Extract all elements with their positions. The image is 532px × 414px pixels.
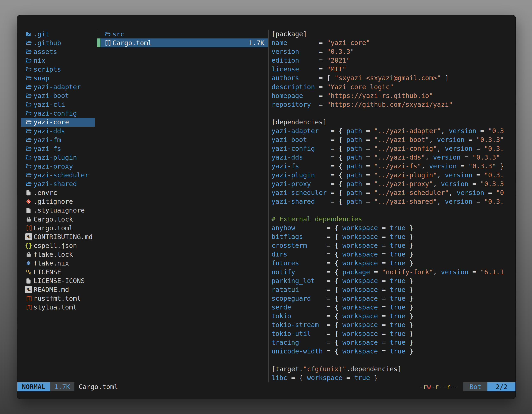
lock-icon [25,251,32,258]
dir-row[interactable]: yazi-plugin [21,153,95,162]
preview-line: anyhow = { workspace = true } [272,223,516,232]
parent-directory-pane: .git.githubassetsnixscriptssnapyazi-adap… [21,30,97,382]
terminal-window: .git.githubassetsnixscriptssnapyazi-adap… [17,15,516,399]
preview-line: homepage = "https://yazi-rs.github.io" [272,91,516,100]
item-label: README.md [34,286,69,294]
preview-line: yazi-plugin = { path = "../yazi-plugin",… [272,171,516,180]
file-row[interactable]: flake.lock [21,250,95,259]
dir-row[interactable]: assets [21,47,95,56]
status-bar: NORMAL 1.7K Cargo.toml -rw-r--r-- Bot 2/… [17,382,516,391]
folder-icon [25,172,32,179]
file-permissions: -rw-r--r-- [419,382,459,391]
file-preview-pane[interactable]: [package]name = "yazi-core"version = "0.… [272,30,516,382]
status-bar-right: -rw-r--r-- Bot 2/2 [419,382,516,391]
file-row[interactable]: LICENSE [21,268,95,277]
folder-icon [25,75,32,82]
file-row[interactable]: .envrc [21,188,95,197]
item-label: nix [34,57,45,64]
folder-icon [25,39,32,47]
file-icon [25,189,32,196]
dir-row[interactable]: yazi-scheduler [21,171,95,180]
file-row[interactable]: [T]rustfmt.toml [21,294,95,303]
file-row[interactable]: Cargo.lock [21,215,95,223]
file-row[interactable]: M↓CONTRIBUTING.md [21,232,95,241]
preview-line: tokio = { workspace = true } [272,312,516,320]
folder-icon [104,31,111,38]
dir-row[interactable]: yazi-dds [21,127,95,135]
preview-line: yazi-boot = { path = "../yazi-boot", ver… [272,135,516,144]
item-label: Cargo.lock [34,215,73,223]
file-row[interactable]: .gitignore [21,197,95,206]
preview-line: unicode-width = { workspace = true } [272,347,516,356]
preview-line: tokio-stream = { workspace = true } [272,320,516,329]
folder-icon [25,163,32,170]
dir-row[interactable]: .github [21,39,95,47]
item-label: yazi-scheduler [34,171,89,179]
folder-icon [25,110,32,117]
dir-row[interactable]: .git [21,30,95,39]
file-icon [25,207,32,214]
preview-line: [target."cfg(unix)".dependencies] [272,365,516,374]
dir-row[interactable]: yazi-cli [21,100,95,109]
toml-icon: [T] [26,225,31,231]
dir-row[interactable]: yazi-adapter [21,83,95,91]
folder-icon [25,83,32,90]
preview-line: yazi-shared = { path = "../yazi-shared",… [272,197,516,206]
file-row[interactable]: [T]Cargo.toml [21,223,95,232]
file-row[interactable]: M↓README.md [21,285,95,294]
dir-row[interactable]: yazi-config [21,109,95,118]
dir-row[interactable]: yazi-proxy [21,162,95,171]
preview-line: yazi-adapter = { path = "../yazi-adapter… [272,127,516,135]
preview-line: repository = "https://github.com/sxyazi/… [272,100,516,109]
item-label: cspell.json [34,242,77,250]
dir-row[interactable]: src [100,30,269,39]
dir-row[interactable]: yazi-core [21,118,95,127]
file-row[interactable]: {}cspell.json [21,241,95,250]
folder-icon [25,128,32,135]
file-row[interactable]: .styluaignore [21,206,95,215]
file-row[interactable]: LICENSE-ICONS [21,277,95,285]
item-label: flake.lock [34,250,73,258]
preview-line: ratatui = { workspace = true } [272,285,516,294]
preview-line: scopeguard = { workspace = true } [272,294,516,303]
file-row[interactable]: [T]stylua.toml [21,303,95,312]
dir-row[interactable]: yazi-fs [21,144,95,153]
item-label: yazi-fs [34,145,61,153]
nix-icon: ❄ [25,260,32,267]
preview-line: # External dependencies [272,215,516,223]
item-label: yazi-adapter [34,83,81,91]
item-label: yazi-shared [34,180,77,188]
preview-line [272,356,516,365]
preview-line: [dependencies] [272,118,516,127]
folder-icon [25,136,32,143]
file-icon [25,277,32,284]
preview-line: [package] [272,30,516,39]
preview-line: parking_lot = { workspace = true } [272,277,516,285]
dir-row[interactable]: snap [21,74,95,82]
folder-icon [25,119,32,125]
item-label: flake.nix [34,259,69,267]
preview-line: yazi-config = { path = "../yazi-config",… [272,144,516,153]
dir-row[interactable]: scripts [21,65,95,74]
git-icon [25,198,32,205]
hovered-item-marker [97,39,100,47]
item-label: yazi-proxy [34,163,73,170]
folder-icon [25,57,32,64]
preview-line: name = "yazi-core" [272,39,516,47]
item-label: src [113,30,124,38]
preview-line: futures = { workspace = true } [272,259,516,268]
item-label: .envrc [34,189,57,197]
dir-row[interactable]: nix [21,56,95,65]
file-row[interactable]: [T]Cargo.toml1.7K [100,39,269,47]
file-row[interactable]: ❄flake.nix [21,259,95,268]
mode-badge: NORMAL [17,382,50,391]
dir-row[interactable]: yazi-shared [21,180,95,188]
toml-icon: [T] [26,295,31,302]
preview-line: yazi-fs = { path = "../yazi-fs", version… [272,162,516,171]
item-label: Cargo.toml [34,224,73,232]
dir-row[interactable]: yazi-fm [21,135,95,144]
item-label: yazi-plugin [34,154,77,161]
dir-row[interactable]: yazi-boot [21,91,95,100]
folder-icon [25,66,32,73]
preview-line: bitflags = { workspace = true } [272,232,516,241]
